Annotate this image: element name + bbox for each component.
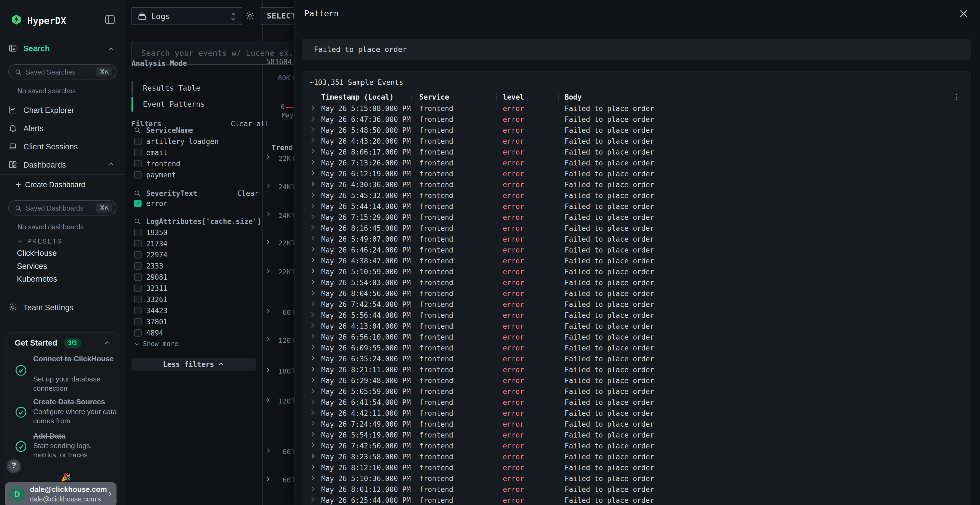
event-row[interactable]: May 26 8:21:11.000 PMfrontenderrorFailed… (302, 365, 971, 375)
column-resize-handle[interactable] (558, 94, 559, 101)
search-icon[interactable] (134, 190, 141, 197)
event-row[interactable]: May 26 5:48:50.000 PMfrontenderrorFailed… (302, 125, 971, 136)
chevron-right-icon[interactable] (310, 192, 316, 198)
column-resize-handle[interactable] (496, 94, 497, 101)
saved-searches-input[interactable]: Saved Searches ⌘K (8, 64, 116, 79)
sidebar-collapse-icon[interactable] (104, 14, 116, 25)
filter-option[interactable]: artillery-loadgen (132, 136, 251, 147)
filter-option[interactable]: frontend (132, 158, 251, 170)
table-menu-icon[interactable]: ⋮ (952, 92, 961, 102)
col-body[interactable]: Body (565, 93, 582, 101)
event-row[interactable]: May 26 6:29:48.000 PMfrontenderrorFailed… (302, 375, 971, 386)
chevron-right-icon[interactable] (310, 268, 316, 274)
chevron-right-icon[interactable] (310, 224, 316, 231)
checkbox[interactable] (134, 229, 142, 236)
filter-option[interactable]: 2333 (132, 260, 251, 272)
event-row[interactable]: May 26 8:06:17.000 PMfrontenderrorFailed… (302, 147, 971, 158)
chevron-right-icon[interactable] (310, 148, 316, 154)
chevron-right-icon[interactable] (310, 257, 316, 264)
event-row[interactable]: May 26 7:42:54.000 PMfrontenderrorFailed… (302, 299, 971, 310)
search-icon[interactable] (134, 218, 141, 225)
preset-item-kubernetes[interactable]: Kubernetes (0, 273, 125, 286)
chevron-right-icon[interactable] (265, 211, 271, 218)
filter-option[interactable]: 29081 (132, 272, 251, 283)
col-timestamp[interactable]: Timestamp (Local) (321, 93, 394, 101)
checkbox[interactable] (134, 296, 142, 303)
event-row[interactable]: May 26 5:05:59.000 PMfrontenderrorFailed… (302, 386, 971, 397)
chevron-right-icon[interactable] (265, 182, 271, 189)
chevron-right-icon[interactable] (310, 453, 316, 459)
event-row[interactable]: May 26 4:13:04.000 PMfrontenderrorFailed… (302, 321, 971, 332)
chevron-right-icon[interactable] (265, 154, 271, 160)
chevron-right-icon[interactable] (310, 202, 316, 209)
checkbox[interactable] (134, 251, 142, 259)
chevron-right-icon[interactable] (310, 387, 316, 394)
clear-severity-link[interactable]: Clear (237, 189, 259, 197)
create-dashboard-button[interactable]: + Create Dashboard (0, 178, 125, 192)
sidebar-item-alerts[interactable]: Alerts (0, 121, 125, 137)
event-row[interactable]: May 26 6:12:19.000 PMfrontenderrorFailed… (302, 169, 971, 179)
checkbox[interactable] (134, 240, 142, 247)
checkbox[interactable] (134, 262, 142, 270)
sidebar-item-dashboards[interactable]: Dashboards (0, 157, 125, 173)
event-row[interactable]: May 26 6:09:55.000 PMfrontenderrorFailed… (302, 343, 971, 354)
chevron-up-icon[interactable] (108, 46, 115, 52)
chevron-right-icon[interactable] (310, 344, 316, 351)
chevron-right-icon[interactable] (310, 376, 316, 383)
col-service[interactable]: Service (419, 93, 449, 101)
checkbox[interactable] (134, 138, 142, 145)
chevron-right-icon[interactable] (310, 246, 316, 252)
event-row[interactable]: May 26 5:56:44.000 PMfrontenderrorFailed… (302, 310, 971, 321)
filter-option[interactable]: 19350 (132, 227, 251, 238)
chevron-right-icon[interactable] (265, 267, 271, 274)
chevron-right-icon[interactable] (310, 289, 316, 296)
event-row[interactable]: May 26 5:10:36.000 PMfrontenderrorFailed… (302, 473, 971, 484)
event-row[interactable]: May 26 7:13:26.000 PMfrontenderrorFailed… (302, 158, 971, 169)
chevron-right-icon[interactable] (310, 409, 316, 416)
chevron-right-icon[interactable] (310, 485, 316, 492)
user-menu[interactable]: D dale@clickhouse.com dale@clickhouse.co… (5, 482, 116, 505)
preset-item-clickhouse[interactable]: ClickHouse (0, 247, 125, 260)
chevron-up-icon[interactable] (108, 161, 115, 168)
checkbox[interactable] (134, 307, 142, 314)
event-row[interactable]: May 26 6:47:36.000 PMfrontenderrorFailed… (302, 114, 971, 125)
filter-option[interactable]: 21734 (132, 238, 251, 249)
filter-option[interactable]: payment (132, 170, 251, 181)
chevron-right-icon[interactable] (265, 447, 271, 454)
event-row[interactable]: May 26 6:56:10.000 PMfrontenderrorFailed… (302, 332, 971, 343)
chevron-right-icon[interactable] (310, 420, 316, 427)
chevron-right-icon[interactable] (310, 333, 316, 340)
chevron-right-icon[interactable] (310, 355, 316, 361)
chevron-right-icon[interactable] (310, 322, 316, 329)
event-row[interactable]: May 26 4:42:11.000 PMfrontenderrorFailed… (302, 408, 971, 419)
event-row[interactable]: May 26 6:46:24.000 PMfrontenderrorFailed… (302, 245, 971, 256)
chevron-right-icon[interactable] (310, 442, 316, 448)
chevron-right-icon[interactable] (310, 126, 316, 133)
event-row[interactable]: May 26 5:54:03.000 PMfrontenderrorFailed… (302, 278, 971, 288)
event-row[interactable]: May 26 8:12:10.000 PMfrontenderrorFailed… (302, 462, 971, 473)
team-settings-button[interactable]: Team Settings (0, 300, 125, 316)
chevron-right-icon[interactable] (310, 213, 316, 220)
sidebar-item-chart-explorer[interactable]: Chart Explorer (0, 103, 125, 118)
chevron-up-icon[interactable] (104, 340, 111, 346)
checkbox-checked[interactable] (134, 200, 142, 207)
checkbox[interactable] (134, 273, 142, 281)
event-row[interactable]: May 26 8:01:12.000 PMfrontenderrorFailed… (302, 484, 971, 495)
close-icon[interactable] (958, 8, 969, 19)
chevron-right-icon[interactable] (265, 476, 271, 482)
chevron-right-icon[interactable] (310, 399, 316, 405)
source-settings-gear-icon[interactable] (245, 11, 255, 21)
chevron-right-icon[interactable] (310, 464, 316, 470)
less-filters-button[interactable]: Less filters (132, 358, 256, 371)
chevron-right-icon[interactable] (310, 235, 316, 241)
checkbox[interactable] (134, 149, 142, 156)
chevron-right-icon[interactable] (310, 115, 316, 122)
event-row[interactable]: May 26 6:41:54.000 PMfrontenderrorFailed… (302, 397, 971, 408)
filter-option[interactable]: 33261 (132, 294, 251, 305)
chevron-right-icon[interactable] (265, 367, 271, 373)
presets-toggle[interactable]: PRESETS (0, 236, 125, 247)
mode-results-table[interactable]: Results Table (132, 81, 221, 96)
event-row[interactable]: May 26 4:38:47.000 PMfrontenderrorFailed… (302, 256, 971, 267)
checkbox[interactable] (134, 160, 142, 167)
filter-option[interactable]: error (132, 198, 251, 209)
